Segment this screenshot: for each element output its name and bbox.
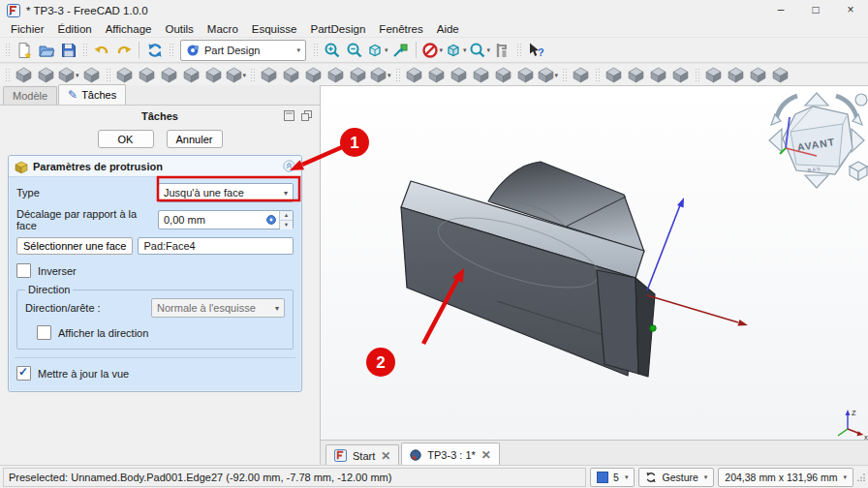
maximize-button[interactable]: □ <box>798 0 833 21</box>
mdi-tab-bar: Start ✕ TP3-3 : 1* ✕ <box>321 440 868 466</box>
create-sketch-icon[interactable] <box>136 65 158 86</box>
create-group-icon[interactable] <box>35 65 57 86</box>
menu-item-fichier[interactable]: Fichier <box>4 22 51 36</box>
select-face-button[interactable]: Sélectionner une face <box>16 237 133 255</box>
draft-icon[interactable] <box>647 65 669 86</box>
open-file-icon[interactable] <box>35 40 57 61</box>
tab-start[interactable]: Start ✕ <box>326 444 399 466</box>
subtractive-helix-icon[interactable] <box>514 65 537 86</box>
spin-arrows[interactable]: ▲▼ <box>279 211 293 229</box>
go-to-selection-icon[interactable] <box>389 40 412 61</box>
undo-icon[interactable] <box>90 40 112 61</box>
menu-item-aide[interactable]: Aide <box>430 22 466 36</box>
draw-style-icon[interactable]: ▾ <box>444 40 468 61</box>
additive-primitive-icon[interactable]: ▾ <box>369 65 392 86</box>
new-file-icon[interactable] <box>13 40 35 61</box>
offset-spinbox[interactable]: 0,00 mm ▲▼ <box>158 210 294 229</box>
create-variable-set-icon[interactable] <box>80 65 103 86</box>
spin-down-icon[interactable]: ▼ <box>280 221 293 229</box>
decimals-selector[interactable]: 5 ▾ <box>590 468 635 487</box>
polar-pattern-icon[interactable] <box>747 65 769 86</box>
hole-icon[interactable] <box>425 65 448 86</box>
additive-helix-icon[interactable] <box>347 65 369 86</box>
fit-all-icon[interactable]: ▾ <box>365 40 389 61</box>
minimize-button[interactable]: – <box>763 0 798 21</box>
multitransform-icon[interactable] <box>769 65 791 86</box>
linear-pattern-icon[interactable] <box>725 65 747 86</box>
update-view-checkbox[interactable] <box>16 366 31 381</box>
3d-viewport[interactable]: AVANT BAS Z <box>321 85 868 440</box>
workbench-selector[interactable]: Part Design ▾ <box>180 40 306 61</box>
create-datum-icon[interactable]: ▾ <box>225 65 248 86</box>
type-combobox[interactable]: Jusqu'à une face ▾ <box>158 183 294 202</box>
tab-document[interactable]: TP3-3 : 1* ✕ <box>401 442 500 466</box>
chamfer-icon[interactable] <box>625 65 647 86</box>
navcube-left-arrow[interactable] <box>769 129 782 152</box>
navcube-body[interactable]: AVANT BAS <box>780 107 852 174</box>
thickness-icon[interactable] <box>669 65 692 86</box>
ok-button[interactable]: OK <box>98 130 154 148</box>
menu-item-affichage[interactable]: Affichage <box>99 22 159 36</box>
reverse-checkbox[interactable] <box>16 263 31 278</box>
menu-item-édition[interactable]: Édition <box>51 22 99 36</box>
subtractive-pipe-icon[interactable] <box>492 65 514 86</box>
save-icon[interactable] <box>57 40 79 61</box>
navcube-down-arrow[interactable] <box>805 175 828 188</box>
tab-model[interactable]: Modèle <box>3 86 57 105</box>
subtractive-primitive-icon[interactable]: ▾ <box>537 65 560 86</box>
map-sketch-icon[interactable] <box>180 65 202 86</box>
menu-item-esquisse[interactable]: Esquisse <box>245 22 304 36</box>
tab-tasks[interactable]: ✎Tâches <box>58 84 126 105</box>
whats-this-icon[interactable]: ? <box>524 40 546 61</box>
navcube-right-arrow[interactable] <box>852 129 864 152</box>
validate-sketch-icon[interactable] <box>202 65 225 86</box>
mirrored-icon[interactable] <box>702 65 725 86</box>
additive-loft-icon[interactable] <box>302 65 325 86</box>
menu-item-outils[interactable]: Outils <box>158 22 200 36</box>
cad-model[interactable] <box>401 162 655 377</box>
toolbar-grip <box>169 43 173 57</box>
redo-icon[interactable] <box>112 40 135 61</box>
refresh-icon[interactable] <box>143 40 166 61</box>
create-part-icon[interactable] <box>13 65 35 86</box>
zoom-in-icon[interactable] <box>321 40 343 61</box>
minimize-panel-icon[interactable] <box>284 110 294 121</box>
navigation-style-selector[interactable]: Gesture ▾ <box>638 468 714 487</box>
close-icon[interactable]: ✕ <box>381 449 390 463</box>
menu-item-macro[interactable]: Macro <box>201 22 245 36</box>
show-direction-checkbox[interactable] <box>37 325 51 340</box>
menu-item-partdesign[interactable]: PartDesign <box>303 22 372 36</box>
pad-icon[interactable] <box>258 65 280 86</box>
navcube-circle-icon[interactable] <box>855 94 867 106</box>
dimensions-selector[interactable]: 204,38 mm x 131,96 mm ▾ <box>718 468 853 487</box>
fillet-icon[interactable] <box>603 65 625 86</box>
groove-icon[interactable] <box>448 65 470 86</box>
toolbar-grip <box>562 68 567 82</box>
additive-pipe-icon[interactable] <box>325 65 347 86</box>
clipping-plane-icon[interactable]: ▾ <box>420 40 445 61</box>
close-button[interactable]: × <box>833 0 868 21</box>
cancel-button[interactable]: Annuler <box>167 130 223 148</box>
navcube-isometric-icon[interactable] <box>850 162 867 180</box>
resize-grip-icon[interactable] <box>857 473 865 481</box>
create-body-icon[interactable] <box>113 65 136 86</box>
face-reference-field[interactable]: Pad:Face4 <box>138 237 294 255</box>
detach-panel-icon[interactable] <box>301 110 312 121</box>
chevron-down-icon: ▾ <box>385 46 388 54</box>
subtractive-loft-icon[interactable] <box>470 65 492 86</box>
expression-icon[interactable] <box>266 215 276 225</box>
navcube-up-arrow[interactable] <box>805 93 828 106</box>
collapse-icon[interactable] <box>283 160 295 172</box>
zoom-tools-icon[interactable]: ▾ <box>468 40 492 61</box>
edit-sketch-icon[interactable] <box>158 65 180 86</box>
boolean-operation-icon[interactable] <box>570 65 592 86</box>
direction-combobox[interactable]: Normale à l'esquisse ▾ <box>151 298 285 318</box>
menu-item-fenêtres[interactable]: Fenêtres <box>372 22 429 36</box>
measure-icon[interactable] <box>491 40 513 61</box>
make-link-icon[interactable]: ▾ <box>57 65 80 86</box>
pocket-icon[interactable] <box>403 65 425 86</box>
spin-up-icon[interactable]: ▲ <box>280 211 293 221</box>
close-icon[interactable]: ✕ <box>481 448 491 462</box>
revolution-icon[interactable] <box>280 65 302 86</box>
zoom-out-icon[interactable] <box>343 40 365 61</box>
